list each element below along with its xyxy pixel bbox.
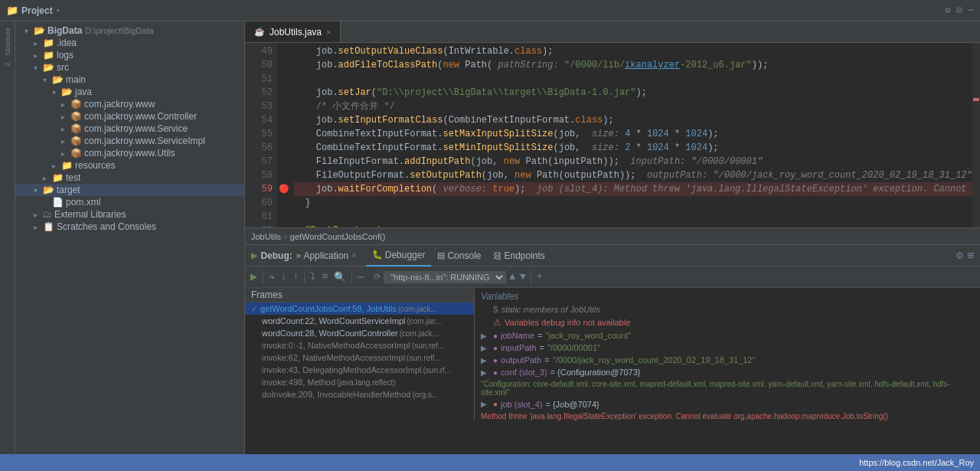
bigdata-path: D:\project\BigData [85, 26, 153, 35]
tree-item-bigdata[interactable]: ▾ 📂 BigData D:\project\BigData [15, 25, 244, 37]
tree-item-pkg2[interactable]: ▸ 📦 com.jackroy.www.Controller [15, 110, 244, 123]
run-cursor-icon[interactable]: ⤵ [308, 271, 318, 283]
frame-down-icon[interactable]: ▼ [518, 271, 528, 283]
bigdata-label: BigData [47, 25, 82, 36]
pkg3-icon: 📦 [70, 123, 82, 134]
more-options-icon[interactable]: ⋯ [355, 271, 366, 283]
frame-class-3: (sun.ref... [412, 342, 444, 350]
var-static: S static members of JobUtils [475, 303, 980, 316]
tree-item-resources[interactable]: ▸ 📁 resources [15, 159, 244, 172]
variables-label: Variables [481, 291, 519, 302]
tree-item-logs[interactable]: ▸ 📁 logs [15, 49, 244, 61]
var-job-expand-icon: ▶ [481, 400, 490, 408]
frame-item-2[interactable]: wordCount:28, WordCountController (com.j… [245, 327, 474, 339]
var-inputpath-expand-icon: ▶ [481, 344, 490, 352]
code-line-56: CombineTextInputFormat.setMinInputSplitS… [294, 141, 972, 155]
var-inputpath[interactable]: ▶ ● inputPath = "/0000/00001" [475, 342, 980, 354]
var-jobname-icon: ● [493, 332, 498, 340]
frame-class-1: (com.jac... [407, 317, 443, 325]
pkg2-icon: 📦 [70, 111, 82, 122]
frame-item-3[interactable]: invoke:0:-1, NativeMethodAccessorImpl (s… [245, 339, 474, 352]
tab-debugger[interactable]: 🐛 Debugger [366, 245, 432, 267]
target-icon: 📂 [43, 185, 54, 195]
tree-item-scratches[interactable]: ▸ 📋 Scratches and Consoles [15, 221, 244, 233]
sidebar-structure-icon[interactable]: Structure [4, 25, 11, 59]
src-label: src [57, 62, 69, 73]
step-out-icon[interactable]: ↑ [291, 271, 302, 283]
tab-endpoints[interactable]: ⛓ Endpoints [487, 245, 550, 267]
pom-label: pom.xml [66, 197, 100, 208]
settings-icon[interactable]: ⚙ [945, 5, 950, 16]
var-inputpath-eq: = [540, 343, 544, 352]
var-conf[interactable]: ▶ ● conf (slot_3) = {Configuration@7073}… [475, 366, 980, 398]
frame-item-5[interactable]: invoke:43, DelegatingMethodAccessorImpl … [245, 364, 474, 376]
var-job[interactable]: ▶ ● job (slot_4) = {Job@7074} Method thr… [475, 398, 980, 420]
code-line-52: job.setJar("D:\\project\\BigData\\target… [294, 86, 972, 100]
tree-item-java[interactable]: ▾ 📂 java [15, 86, 244, 98]
scratches-icon: 📋 [43, 221, 54, 232]
frame-item-4[interactable]: invoke:62, NativeMethodAccessorImpl (sun… [245, 352, 474, 364]
app-tab-label[interactable]: Application [303, 250, 348, 261]
tree-item-extlibs[interactable]: ▸ 🗂 External Libraries [15, 208, 244, 221]
logs-label: logs [57, 50, 74, 61]
frame-item-7[interactable]: doInvoke:209, InvocableHandlerMethod (or… [245, 388, 474, 401]
frame-check-icon: ✓ [251, 305, 257, 313]
tree-item-idea[interactable]: ▸ 📁 .idea [15, 37, 244, 49]
frame-item-1[interactable]: wordCount:22, WordCountServiceImpl (com.… [245, 315, 474, 327]
debug-run-icon[interactable]: ▶ [251, 249, 257, 262]
breadcrumb-class[interactable]: JobUtils [251, 232, 281, 241]
trace-icon[interactable]: 🔍 [332, 271, 348, 283]
tree-item-target[interactable]: ▾ 📂 target [15, 184, 244, 196]
frame-class-4: (sun.refl... [407, 354, 440, 362]
frame-item-0[interactable]: ✓ getWordCountJobsConf:59, JobUtils (com… [245, 303, 474, 315]
restore-icon[interactable]: ⊞ [968, 249, 974, 262]
tree-item-main[interactable]: ▾ 📂 main [15, 74, 244, 86]
console-label: Console [447, 250, 481, 261]
tab-label: JobUtils.java [270, 27, 322, 38]
endpoints-icon: ⛓ [493, 251, 501, 260]
frame-up-icon[interactable]: ▲ [508, 271, 517, 283]
step-into-icon[interactable]: ↓ [279, 271, 289, 283]
resume-icon[interactable]: ▶ [248, 270, 260, 284]
tree-item-pkg4[interactable]: ▸ 📦 com.jackroy.www.ServiceImpl [15, 135, 244, 147]
tree-item-pkg1[interactable]: ▸ 📦 com.jackroy.www [15, 98, 244, 110]
thread-selector[interactable]: "http-nio-8...in": RUNNING [384, 271, 506, 283]
app-close-icon[interactable]: × [351, 251, 357, 260]
line-num-50: 50 [245, 58, 273, 72]
breadcrumb-sep: › [284, 232, 287, 241]
evaluate-icon[interactable]: ≡ [319, 271, 330, 283]
breadcrumb-method[interactable]: getWordCountJobsConf() [290, 232, 386, 241]
tree-item-pom[interactable]: 📄 pom.xml [15, 196, 244, 208]
sidebar-z-icon[interactable]: Z [4, 59, 11, 70]
var-conf-eq: = {Configuration@7073} [550, 368, 641, 377]
tree-item-pkg3[interactable]: ▸ 📦 com.jackroy.www.Service [15, 123, 244, 135]
tree-item-src[interactable]: ▾ 📂 src [15, 61, 244, 74]
frame-name-5: invoke:43, DelegatingMethodAccessorImpl [262, 365, 422, 375]
split-icon[interactable]: ⊟ [957, 5, 962, 16]
code-line-49: job.setOutputValueClass(IntWritable.clas… [294, 44, 972, 58]
editor-tab-jobutils[interactable]: ☕ JobUtils.java × [245, 21, 341, 42]
settings-debug-icon[interactable]: ⚙ [956, 249, 962, 262]
gear-icon[interactable]: ⋯ [969, 5, 974, 16]
line-num-51: 51 [245, 72, 273, 86]
frames-label: Frames [251, 289, 283, 300]
frame-item-6[interactable]: invoke:498, Method (java.lang.reflect) [245, 376, 474, 388]
tab-console[interactable]: ▤ Console [431, 245, 487, 267]
pkg3-label: com.jackroy.www.Service [84, 123, 188, 134]
var-job-val: Method threw 'java.lang.IllegalStateExce… [481, 412, 888, 420]
tab-close-icon[interactable]: × [326, 28, 331, 37]
code-line-60: } [294, 196, 972, 210]
code-line-53: /* 小文件合并 */ [294, 100, 972, 113]
var-jobname[interactable]: ▶ ● jobName = "jack_roy_word_count" [475, 329, 980, 342]
tree-item-test[interactable]: ▸ 📁 test [15, 172, 244, 184]
tree-item-pkg5[interactable]: ▸ 📦 com.jackroy.www.Utils [15, 147, 244, 159]
add-watch-icon[interactable]: + [534, 271, 545, 283]
resources-label: resources [75, 160, 116, 171]
frame-name-3: invoke:0:-1, NativeMethodAccessorImpl [262, 341, 410, 350]
step-over-icon[interactable]: ↷ [266, 271, 277, 283]
var-inputpath-key: inputPath [501, 343, 536, 352]
debugger-icon: 🐛 [372, 250, 383, 260]
pkg4-label: com.jackroy.www.ServiceImpl [84, 136, 205, 146]
variables-header: Variables [475, 289, 980, 303]
var-outputpath[interactable]: ▶ ● outputPath = "/0000/jack_roy_word_co… [475, 354, 980, 366]
